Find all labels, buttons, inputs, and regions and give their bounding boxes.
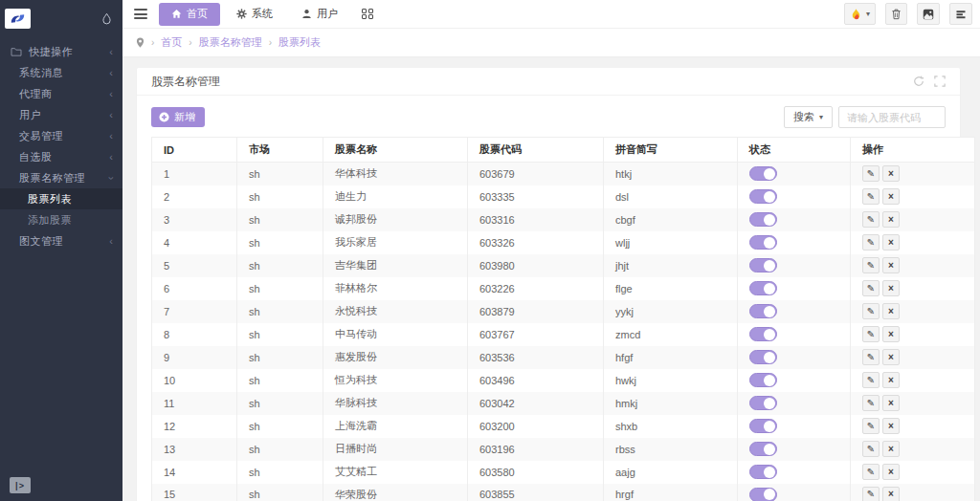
status-toggle[interactable] — [749, 258, 777, 272]
sidebar-menu-item[interactable]: 股票名称管理 ‹ — [0, 167, 122, 188]
add-stock-button[interactable]: 新增 — [151, 107, 205, 127]
delete-button[interactable]: × — [882, 211, 900, 228]
breadcrumb-link-home[interactable]: 首页 — [161, 35, 182, 50]
search-dropdown-button[interactable]: 搜索 ▾ — [784, 106, 833, 128]
add-button-label: 新增 — [174, 110, 195, 124]
delete-button[interactable]: × — [882, 349, 900, 365]
cell-id: 8 — [152, 323, 237, 346]
edit-button[interactable]: ✎ — [862, 372, 880, 388]
cell-status — [738, 323, 851, 346]
delete-button[interactable]: × — [882, 464, 900, 480]
sidebar-collapse-button[interactable]: |> — [10, 477, 31, 493]
status-toggle[interactable] — [749, 465, 777, 479]
fullscreen-icon[interactable] — [934, 76, 946, 87]
cell-pinyin: wljj — [604, 231, 738, 254]
sidebar-menu-item[interactable]: 快捷操作 ‹ — [0, 41, 122, 62]
image-button[interactable] — [917, 3, 940, 25]
tab-label: 系统 — [252, 7, 273, 21]
edit-button[interactable]: ✎ — [862, 234, 880, 250]
status-toggle[interactable] — [749, 189, 777, 204]
droplet-icon[interactable] — [102, 12, 111, 25]
list-button[interactable] — [949, 3, 972, 25]
sidebar-submenu-item[interactable]: 添加股票 — [0, 209, 122, 230]
sidebar-menu-item[interactable]: 用户 ‹ — [0, 104, 122, 125]
refresh-icon[interactable] — [913, 76, 924, 87]
cell-market: sh — [237, 461, 323, 484]
status-toggle[interactable] — [749, 419, 777, 433]
status-toggle[interactable] — [749, 396, 777, 410]
delete-button[interactable]: × — [882, 188, 900, 205]
status-toggle[interactable] — [749, 350, 777, 364]
flame-theme-button[interactable]: ▾ — [844, 3, 876, 25]
edit-button[interactable]: ✎ — [862, 441, 880, 457]
cell-market: sh — [237, 231, 323, 254]
edit-button[interactable]: ✎ — [862, 395, 880, 411]
edit-button[interactable]: ✎ — [862, 280, 880, 296]
status-toggle[interactable] — [749, 281, 777, 295]
table-body: 1 sh 华体科技 603679 htkj ✎× 2 sh 迪生力 603335… — [152, 163, 975, 501]
cell-actions: ✎× — [851, 369, 975, 392]
status-toggle[interactable] — [749, 235, 777, 250]
column-header: 操作 — [851, 138, 975, 163]
sidebar-subitem-label: 股票列表 — [28, 192, 72, 207]
delete-button[interactable]: × — [882, 395, 900, 411]
status-toggle[interactable] — [749, 166, 777, 181]
edit-button[interactable]: ✎ — [862, 418, 880, 434]
edit-button[interactable]: ✎ — [862, 487, 880, 501]
status-toggle[interactable] — [749, 442, 777, 456]
flame-icon — [850, 8, 862, 21]
edit-button[interactable]: ✎ — [862, 165, 880, 182]
delete-button[interactable]: × — [882, 165, 900, 182]
status-toggle[interactable] — [749, 327, 777, 341]
delete-button[interactable]: × — [882, 487, 900, 501]
edit-button[interactable]: ✎ — [862, 188, 880, 205]
delete-button[interactable]: × — [882, 372, 900, 388]
edit-button[interactable]: ✎ — [862, 303, 880, 319]
sidebar-menu-item[interactable]: 图文管理 ‹ — [0, 230, 122, 251]
apps-grid-icon[interactable] — [362, 9, 373, 20]
sidebar-menu-item[interactable]: 自选股 ‹ — [0, 146, 122, 167]
sidebar-menu-item[interactable]: 代理商 ‹ — [0, 83, 122, 104]
cell-status — [738, 415, 851, 438]
delete-button[interactable]: × — [882, 326, 900, 342]
cell-id: 2 — [152, 185, 237, 208]
tab-home[interactable]: 首页 — [159, 3, 220, 26]
sidebar-item-label: 快捷操作 — [29, 45, 109, 59]
trash-button[interactable] — [885, 3, 907, 25]
trash-icon — [891, 9, 902, 20]
status-toggle[interactable] — [749, 304, 777, 318]
breadcrumb-link-stock-list[interactable]: 股票列表 — [278, 35, 321, 50]
edit-button[interactable]: ✎ — [862, 349, 880, 365]
breadcrumb-link-stock-management[interactable]: 股票名称管理 — [199, 35, 262, 50]
edit-button[interactable]: ✎ — [862, 326, 880, 342]
delete-button[interactable]: × — [882, 441, 900, 457]
image-icon — [923, 9, 934, 20]
delete-button[interactable]: × — [882, 303, 900, 319]
chevron-icon: ‹ — [109, 68, 113, 78]
stock-code-search-input[interactable] — [838, 106, 946, 128]
delete-button[interactable]: × — [882, 234, 900, 250]
sidebar-menu-item[interactable]: 系统消息 ‹ — [0, 62, 122, 83]
delete-button[interactable]: × — [882, 257, 900, 273]
sidebar-menu-item[interactable]: 交易管理 ‹ — [0, 125, 122, 146]
tab-system[interactable]: 系统 — [224, 3, 285, 26]
edit-button[interactable]: ✎ — [862, 257, 880, 273]
delete-button[interactable]: × — [882, 280, 900, 296]
search-button-label: 搜索 — [793, 110, 814, 124]
delete-button[interactable]: × — [882, 418, 900, 434]
cell-id: 11 — [152, 392, 237, 415]
edit-button[interactable]: ✎ — [862, 464, 880, 480]
toggle-knob — [764, 283, 775, 294]
app-logo[interactable] — [5, 9, 31, 29]
edit-button[interactable]: ✎ — [862, 211, 880, 228]
tab-user[interactable]: 用户 — [289, 3, 350, 26]
status-toggle[interactable] — [749, 488, 777, 501]
hamburger-menu-icon[interactable] — [134, 9, 147, 19]
table-toolbar: 新增 搜索 ▾ — [137, 106, 960, 128]
table-row: 15 sh 华荣股份 603855 hrgf ✎× — [152, 484, 975, 501]
sidebar-submenu-item[interactable]: 股票列表 — [0, 188, 122, 209]
cell-pinyin: htkj — [604, 163, 738, 185]
location-pin-icon — [136, 37, 145, 48]
status-toggle[interactable] — [749, 212, 777, 227]
status-toggle[interactable] — [749, 373, 777, 387]
